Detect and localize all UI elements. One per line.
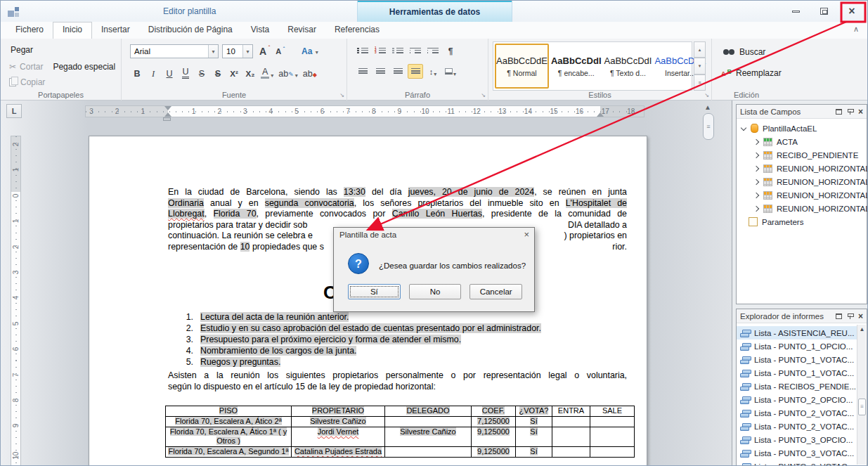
font-size-select[interactable]: 10▾	[222, 44, 253, 58]
chevron-right-icon[interactable]	[753, 192, 759, 198]
table-cell[interactable]: 7,125000	[472, 416, 516, 427]
grow-font-button[interactable]: Aˆ	[257, 46, 269, 57]
tree-item-parameters[interactable]: Parameters	[737, 215, 867, 228]
table-cell[interactable]	[552, 447, 590, 458]
tab-distribuci-n-de-p-gina[interactable]: Distribución de Página	[139, 22, 242, 39]
table-header-cell[interactable]: COEF.	[472, 406, 516, 417]
table-cell[interactable]	[590, 447, 635, 458]
table-cell[interactable]: Catalina Pujades Estrada	[292, 447, 385, 458]
replace-button[interactable]: Reemplazar	[721, 68, 782, 78]
scroll-up-button[interactable]: ▲	[858, 326, 866, 332]
table-header-cell[interactable]: ENTRA	[552, 406, 590, 417]
tree-item[interactable]: REUNION_HORIZONTAL...	[737, 162, 867, 175]
table-cell[interactable]: Sí	[516, 447, 552, 458]
collapse-ribbon-button[interactable]: ∧	[853, 25, 859, 34]
report-list-item[interactable]: Lista - PUNTO_2_VOTAC...	[737, 406, 857, 420]
style-texto-d[interactable]: AaBbCcDdI¶ Texto d...	[604, 44, 653, 89]
tab-revisar[interactable]: Revisar	[278, 22, 325, 39]
scroll-up-button[interactable]: ▲	[704, 103, 711, 111]
close-button[interactable]: ×	[843, 4, 860, 18]
chevron-right-icon[interactable]	[753, 138, 759, 144]
table-cell[interactable]: Sí	[516, 427, 552, 447]
report-list-item[interactable]: Lista - PUNTO_3_VOTAC...	[737, 446, 857, 460]
line-spacing-dropdown[interactable]: ▾	[434, 71, 436, 77]
report-list-item[interactable]: Lista - PUNTO_2_OPCIO...	[737, 393, 857, 406]
vertical-ruler[interactable]: 21012345678910	[11, 136, 21, 466]
styles-scroll-down-button[interactable]: ▾	[694, 58, 706, 74]
report-list-item[interactable]: Lista - PUNTO_1_VOTAC...	[737, 353, 857, 366]
table-header-cell[interactable]: DELEGADO	[385, 406, 472, 417]
pin-panel-icon[interactable]	[847, 313, 853, 319]
styles-more-button[interactable]: ≡	[694, 75, 706, 91]
hanging-indent-marker[interactable]	[164, 112, 171, 117]
restore-button[interactable]	[815, 4, 832, 18]
tree-item-root[interactable]: PlantillaActaEL	[737, 122, 867, 135]
shading-dropdown[interactable]: ▾	[453, 71, 456, 77]
paragraph-dialog-launcher[interactable]: ↘	[481, 92, 486, 98]
table-header-cell[interactable]: SALE	[590, 406, 635, 417]
subscript-button[interactable]: X₂	[243, 65, 257, 79]
multilevel-list-button[interactable]	[390, 44, 406, 58]
table-cell[interactable]: 9,125000	[472, 427, 516, 447]
report-list-item[interactable]: Lista - RECIBOS_PENDIE...	[737, 380, 857, 393]
underline-button[interactable]: U	[162, 65, 176, 79]
table-header-cell[interactable]: PISO	[166, 406, 292, 417]
table-cell[interactable]	[552, 427, 590, 447]
font-color-dropdown[interactable]: ▾	[271, 72, 273, 79]
align-left-button[interactable]	[355, 64, 370, 79]
tab-fichero[interactable]: Fichero	[6, 22, 53, 39]
vertical-scrollbar-thumb[interactable]: ≡	[703, 113, 714, 140]
table-cell[interactable]: Sí	[516, 416, 552, 427]
font-family-select[interactable]: Arial▾	[130, 44, 219, 58]
chevron-right-icon[interactable]	[753, 179, 759, 184]
table-cell[interactable]: Florida 70, Escalera A, Segundo 1ª	[166, 447, 292, 458]
table-cell[interactable]: 9,125000	[472, 447, 516, 458]
tab-referencias[interactable]: Referencias	[325, 22, 389, 39]
chevron-right-icon[interactable]	[753, 165, 759, 171]
change-case-button[interactable]: Aa ▾	[302, 46, 318, 56]
panel-scrollbar[interactable]: ▲ ≡	[857, 325, 866, 465]
tree-item[interactable]: REUNION_HORIZONTAL...	[737, 175, 867, 188]
s-button[interactable]: Sí	[348, 284, 401, 299]
font-color-button[interactable]: A▾	[259, 65, 275, 79]
align-right-button[interactable]	[390, 64, 406, 79]
report-list-item[interactable]: Lista - PUNTO_3_OPCIO...	[737, 433, 857, 446]
chevron-right-icon[interactable]	[753, 205, 759, 211]
table-cell[interactable]	[552, 416, 590, 427]
left-indent-box[interactable]	[163, 117, 171, 121]
tree-item[interactable]: REUNION_HORIZONTAL...	[737, 202, 867, 215]
style-encabe[interactable]: AaBbCcDdI¶ encabe...	[550, 44, 602, 89]
cancelar-button[interactable]: Cancelar	[469, 284, 522, 299]
close-panel-icon[interactable]: ×	[858, 108, 863, 116]
bulleted-list-button[interactable]	[355, 44, 370, 58]
copy-button[interactable]: Copiar	[20, 77, 45, 87]
report-list-item[interactable]: Lista - PUNTO_1_VOTAC...	[737, 366, 857, 380]
minimize-button[interactable]	[787, 4, 804, 18]
tab-stop-selector[interactable]: L	[6, 104, 22, 118]
numbered-list-button[interactable]	[373, 44, 388, 58]
decrease-indent-button[interactable]	[408, 44, 423, 58]
horizontal-ruler[interactable]: 321123456789101112131415161718	[85, 105, 644, 117]
font-dialog-launcher[interactable]: ↘	[339, 92, 344, 98]
clear-formatting-button[interactable]: ab	[302, 65, 318, 79]
table-header-cell[interactable]: PROPIETARIO	[292, 406, 385, 417]
scrollbar-thumb[interactable]: ≡	[858, 399, 866, 415]
double-underline-button[interactable]: U	[179, 65, 193, 79]
report-list-item[interactable]: Lista - ASISTENCIA_REU...	[737, 326, 857, 339]
table-cell[interactable]: Florida 70, Escalera A, Ático 2ª	[166, 416, 292, 427]
dialog-close-icon[interactable]: ×	[524, 229, 529, 240]
app-icon[interactable]	[7, 5, 20, 18]
tab-insertar[interactable]: Insertar	[92, 22, 139, 39]
table-cell[interactable]	[590, 427, 635, 447]
table-cell[interactable]: Jordi Vernet	[292, 427, 385, 447]
text-highlight-button[interactable]: ab▾	[277, 65, 299, 79]
close-panel-icon[interactable]: ×	[858, 312, 863, 321]
paste-special-button[interactable]: Pegado especial	[53, 62, 115, 72]
chevron-right-icon[interactable]	[753, 152, 759, 157]
superscript-button[interactable]: X²	[227, 65, 241, 79]
text-highlight-dropdown[interactable]: ▾	[295, 72, 298, 79]
table-cell[interactable]	[590, 416, 635, 427]
table-cell[interactable]: Florida 70, Escalera A, Ático 1ª ( y Otr…	[166, 427, 292, 447]
bold-button[interactable]: B	[130, 65, 144, 79]
table-cell[interactable]: Silvestre Cañizo	[292, 416, 385, 427]
